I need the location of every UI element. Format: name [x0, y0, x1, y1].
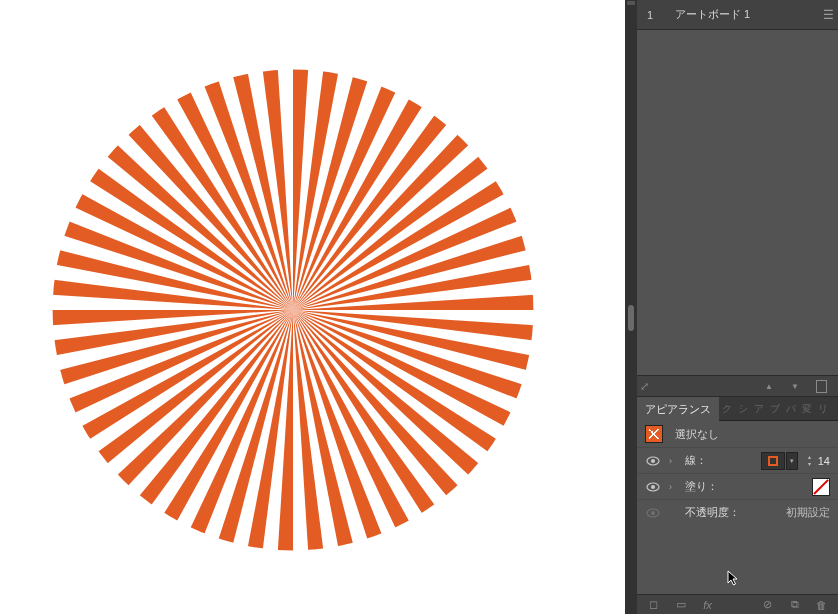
visibility-toggle-fill[interactable] [645, 479, 661, 495]
artboard-index: 1 [647, 9, 675, 21]
delete-icon[interactable]: 🗑 [815, 598, 828, 611]
stroke-row[interactable]: › 線： ▾ ▴▾ 14 [637, 447, 838, 473]
fill-label: 塗り： [685, 479, 718, 494]
chevron-right-icon[interactable]: › [669, 482, 677, 492]
artboard-row[interactable]: 1 アートボード 1 ☰ [637, 0, 838, 30]
add-fill-icon[interactable]: fx [701, 598, 714, 611]
selection-thumbnail [645, 425, 663, 443]
panel-tabs: アピアランス ク シ ア ブ パ 変 リ [637, 397, 838, 421]
tab-appearance[interactable]: アピアランス [637, 397, 719, 421]
visibility-toggle-opacity[interactable] [645, 505, 661, 521]
scroll-thumb[interactable] [628, 305, 634, 331]
tab-mini-5[interactable]: パ [783, 402, 799, 416]
fill-row[interactable]: › 塗り： [637, 473, 838, 499]
appearance-footer: ◻ ▭ fx ⊘ ⧉ 🗑 [637, 594, 838, 614]
rearrange-icon[interactable] [637, 379, 651, 393]
appearance-selection-row: 選択なし [637, 421, 838, 447]
new-artboard-icon[interactable] [814, 379, 828, 393]
sunburst-object[interactable] [43, 55, 543, 565]
clear-icon[interactable]: ⊘ [761, 598, 774, 611]
tab-mini-2[interactable]: シ [735, 402, 751, 416]
stroke-weight-value[interactable]: 14 [818, 455, 830, 467]
tab-mini-6[interactable]: 変 [799, 402, 815, 416]
tab-mini-4[interactable]: ブ [767, 402, 783, 416]
svg-point-2 [651, 459, 655, 463]
artboards-panel-footer [637, 375, 838, 397]
stroke-weight-stepper[interactable]: ▴▾ [804, 452, 816, 470]
move-down-icon[interactable] [788, 379, 802, 393]
artboards-panel-body [637, 30, 838, 375]
artboard-name: アートボード 1 [675, 7, 750, 22]
fill-color-swatch[interactable] [812, 478, 830, 496]
stroke-label: 線： [685, 453, 707, 468]
panel-column: 1 アートボード 1 ☰ アピアランス ク シ ア ブ パ 変 リ 選択なし ›… [637, 0, 838, 614]
opacity-value[interactable]: 初期設定 [786, 505, 830, 520]
svg-point-4 [651, 485, 655, 489]
new-art-icon[interactable]: ◻ [647, 598, 660, 611]
tab-mini-3[interactable]: ア [751, 402, 767, 416]
visibility-toggle-stroke[interactable] [645, 453, 661, 469]
selection-label: 選択なし [675, 427, 719, 442]
opacity-label: 不透明度： [685, 505, 740, 520]
stroke-color-dropdown[interactable]: ▾ [786, 452, 798, 470]
appearance-panel: 選択なし › 線： ▾ ▴▾ 14 › 塗り： [637, 421, 838, 614]
move-up-icon[interactable] [762, 379, 776, 393]
opacity-row[interactable]: › 不透明度： 初期設定 [637, 499, 838, 525]
canvas[interactable] [0, 0, 625, 614]
canvas-scrollbar[interactable] [625, 0, 637, 614]
svg-point-6 [651, 511, 655, 515]
duplicate-icon[interactable]: ⧉ [788, 598, 801, 611]
chevron-right-icon[interactable]: › [669, 456, 677, 466]
add-stroke-icon[interactable]: ▭ [674, 598, 687, 611]
tab-mini-7[interactable]: リ [815, 402, 831, 416]
artboard-options-icon[interactable]: ☰ [823, 8, 834, 22]
tab-mini-1[interactable]: ク [719, 402, 735, 416]
stroke-color-swatch[interactable] [761, 452, 785, 470]
